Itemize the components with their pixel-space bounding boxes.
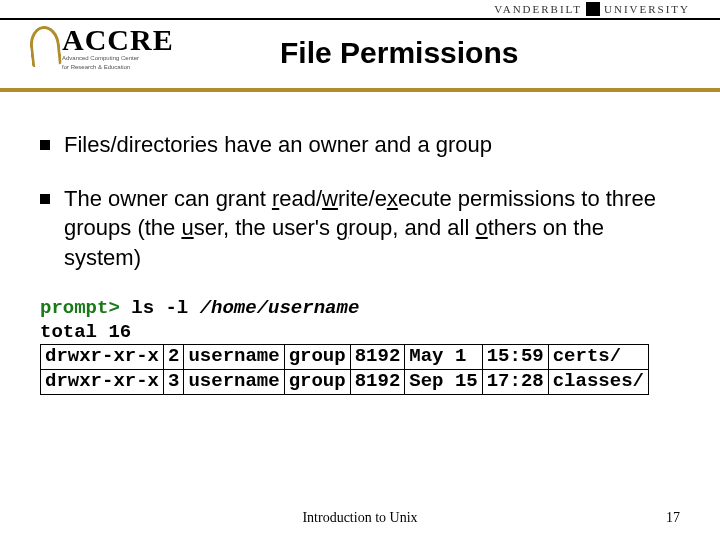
ls-output-table: drwxr-xr-x2usernamegroup8192May 115:59ce… bbox=[40, 344, 649, 395]
uni-name-left: VANDERBILT bbox=[494, 3, 582, 15]
bullet-text: The owner can grant read/write/execute p… bbox=[64, 184, 680, 273]
code-total: total 16 bbox=[40, 321, 680, 345]
code-prompt: prompt> bbox=[40, 297, 120, 319]
bullet-icon bbox=[40, 194, 50, 204]
bullet-icon bbox=[40, 140, 50, 150]
uni-crest-icon bbox=[586, 2, 600, 16]
footer-page-number: 17 bbox=[666, 510, 680, 526]
accre-sub1: Advanced Computing Center bbox=[62, 55, 174, 62]
code-arg: /home/username bbox=[200, 297, 360, 319]
accre-swirl-icon bbox=[28, 25, 62, 68]
accre-sub2: for Research & Education bbox=[62, 64, 174, 71]
accre-logo: ACCRE Advanced Computing Center for Rese… bbox=[30, 26, 174, 70]
code-block: prompt> ls -l /home/username total 16 dr… bbox=[40, 297, 680, 395]
footer-center: Introduction to Unix bbox=[0, 510, 720, 526]
slide-body: Files/directories have an owner and a gr… bbox=[0, 100, 720, 395]
accre-main: ACCRE bbox=[62, 26, 174, 53]
bullet-item: Files/directories have an owner and a gr… bbox=[40, 130, 680, 160]
slide-title: File Permissions bbox=[280, 36, 518, 70]
uni-name-right: UNIVERSITY bbox=[604, 3, 690, 15]
table-row: drwxr-xr-x2usernamegroup8192May 115:59ce… bbox=[41, 345, 649, 370]
table-row: drwxr-xr-x3usernamegroup8192Sep 1517:28c… bbox=[41, 370, 649, 395]
bullet-text: Files/directories have an owner and a gr… bbox=[64, 130, 680, 160]
header-rule-top bbox=[0, 18, 720, 20]
university-logo: VANDERBILT UNIVERSITY bbox=[494, 2, 690, 16]
code-cmd: ls -l bbox=[120, 297, 200, 319]
header-rule-bottom bbox=[0, 88, 720, 92]
slide-footer: Introduction to Unix 17 bbox=[0, 510, 720, 526]
bullet-item: The owner can grant read/write/execute p… bbox=[40, 184, 680, 273]
